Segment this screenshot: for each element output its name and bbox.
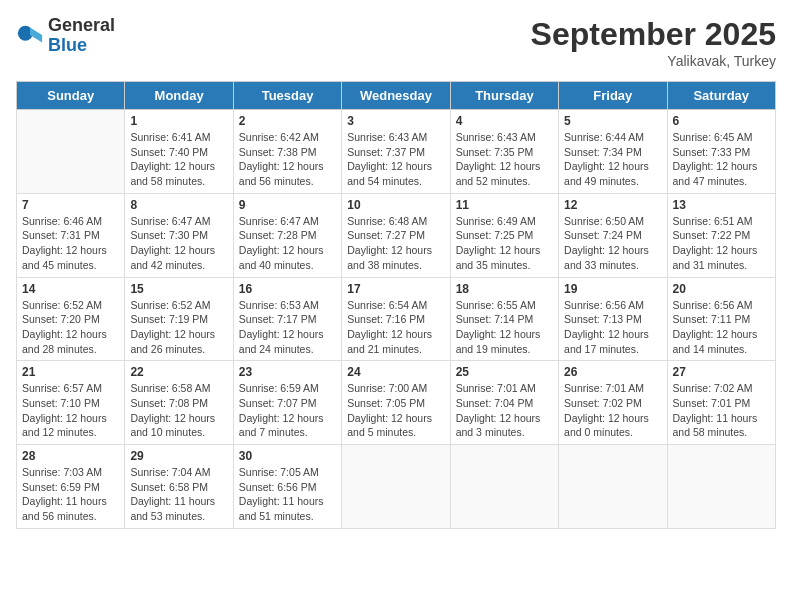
day-info: Sunrise: 6:47 AM Sunset: 7:30 PM Dayligh… (130, 214, 227, 273)
day-number: 26 (564, 365, 661, 379)
day-number: 20 (673, 282, 770, 296)
day-number: 6 (673, 114, 770, 128)
day-number: 11 (456, 198, 553, 212)
day-info: Sunrise: 6:54 AM Sunset: 7:16 PM Dayligh… (347, 298, 444, 357)
day-info: Sunrise: 6:55 AM Sunset: 7:14 PM Dayligh… (456, 298, 553, 357)
day-info: Sunrise: 6:52 AM Sunset: 7:20 PM Dayligh… (22, 298, 119, 357)
calendar-day-cell (342, 445, 450, 529)
calendar-day-cell (450, 445, 558, 529)
day-info: Sunrise: 6:48 AM Sunset: 7:27 PM Dayligh… (347, 214, 444, 273)
calendar-day-cell: 20Sunrise: 6:56 AM Sunset: 7:11 PM Dayli… (667, 277, 775, 361)
day-number: 5 (564, 114, 661, 128)
calendar-day-cell (17, 110, 125, 194)
weekday-header-cell: Saturday (667, 82, 775, 110)
day-number: 2 (239, 114, 336, 128)
day-number: 7 (22, 198, 119, 212)
weekday-header-cell: Sunday (17, 82, 125, 110)
calendar-week-row: 1Sunrise: 6:41 AM Sunset: 7:40 PM Daylig… (17, 110, 776, 194)
day-info: Sunrise: 6:56 AM Sunset: 7:11 PM Dayligh… (673, 298, 770, 357)
calendar-day-cell: 15Sunrise: 6:52 AM Sunset: 7:19 PM Dayli… (125, 277, 233, 361)
calendar-week-row: 28Sunrise: 7:03 AM Sunset: 6:59 PM Dayli… (17, 445, 776, 529)
day-number: 21 (22, 365, 119, 379)
day-number: 30 (239, 449, 336, 463)
logo-icon (16, 22, 44, 50)
calendar-day-cell: 19Sunrise: 6:56 AM Sunset: 7:13 PM Dayli… (559, 277, 667, 361)
day-number: 16 (239, 282, 336, 296)
day-info: Sunrise: 7:01 AM Sunset: 7:04 PM Dayligh… (456, 381, 553, 440)
month-info: September 2025 Yalikavak, Turkey (531, 16, 776, 69)
calendar-day-cell: 9Sunrise: 6:47 AM Sunset: 7:28 PM Daylig… (233, 193, 341, 277)
calendar-day-cell: 10Sunrise: 6:48 AM Sunset: 7:27 PM Dayli… (342, 193, 450, 277)
calendar-body: 1Sunrise: 6:41 AM Sunset: 7:40 PM Daylig… (17, 110, 776, 529)
calendar-day-cell (559, 445, 667, 529)
calendar-day-cell: 17Sunrise: 6:54 AM Sunset: 7:16 PM Dayli… (342, 277, 450, 361)
logo-general: General (48, 16, 115, 36)
calendar-week-row: 14Sunrise: 6:52 AM Sunset: 7:20 PM Dayli… (17, 277, 776, 361)
calendar-day-cell: 22Sunrise: 6:58 AM Sunset: 7:08 PM Dayli… (125, 361, 233, 445)
location: Yalikavak, Turkey (531, 53, 776, 69)
day-info: Sunrise: 6:41 AM Sunset: 7:40 PM Dayligh… (130, 130, 227, 189)
day-number: 13 (673, 198, 770, 212)
day-info: Sunrise: 6:50 AM Sunset: 7:24 PM Dayligh… (564, 214, 661, 273)
weekday-header-cell: Wednesday (342, 82, 450, 110)
month-title: September 2025 (531, 16, 776, 53)
calendar-day-cell: 6Sunrise: 6:45 AM Sunset: 7:33 PM Daylig… (667, 110, 775, 194)
calendar-day-cell: 23Sunrise: 6:59 AM Sunset: 7:07 PM Dayli… (233, 361, 341, 445)
day-info: Sunrise: 6:56 AM Sunset: 7:13 PM Dayligh… (564, 298, 661, 357)
day-info: Sunrise: 6:45 AM Sunset: 7:33 PM Dayligh… (673, 130, 770, 189)
calendar-day-cell: 13Sunrise: 6:51 AM Sunset: 7:22 PM Dayli… (667, 193, 775, 277)
day-info: Sunrise: 6:42 AM Sunset: 7:38 PM Dayligh… (239, 130, 336, 189)
calendar-day-cell: 27Sunrise: 7:02 AM Sunset: 7:01 PM Dayli… (667, 361, 775, 445)
calendar-day-cell: 2Sunrise: 6:42 AM Sunset: 7:38 PM Daylig… (233, 110, 341, 194)
calendar-day-cell: 21Sunrise: 6:57 AM Sunset: 7:10 PM Dayli… (17, 361, 125, 445)
calendar-day-cell: 16Sunrise: 6:53 AM Sunset: 7:17 PM Dayli… (233, 277, 341, 361)
calendar-day-cell: 18Sunrise: 6:55 AM Sunset: 7:14 PM Dayli… (450, 277, 558, 361)
weekday-header-cell: Monday (125, 82, 233, 110)
day-info: Sunrise: 7:02 AM Sunset: 7:01 PM Dayligh… (673, 381, 770, 440)
calendar-day-cell: 8Sunrise: 6:47 AM Sunset: 7:30 PM Daylig… (125, 193, 233, 277)
calendar-day-cell: 26Sunrise: 7:01 AM Sunset: 7:02 PM Dayli… (559, 361, 667, 445)
calendar-week-row: 21Sunrise: 6:57 AM Sunset: 7:10 PM Dayli… (17, 361, 776, 445)
day-number: 12 (564, 198, 661, 212)
calendar-day-cell: 30Sunrise: 7:05 AM Sunset: 6:56 PM Dayli… (233, 445, 341, 529)
day-number: 3 (347, 114, 444, 128)
weekday-header-cell: Tuesday (233, 82, 341, 110)
calendar-day-cell: 7Sunrise: 6:46 AM Sunset: 7:31 PM Daylig… (17, 193, 125, 277)
weekday-header-cell: Thursday (450, 82, 558, 110)
calendar-day-cell: 11Sunrise: 6:49 AM Sunset: 7:25 PM Dayli… (450, 193, 558, 277)
day-number: 1 (130, 114, 227, 128)
day-number: 27 (673, 365, 770, 379)
calendar-day-cell (667, 445, 775, 529)
day-number: 22 (130, 365, 227, 379)
day-number: 8 (130, 198, 227, 212)
day-number: 15 (130, 282, 227, 296)
calendar-day-cell: 12Sunrise: 6:50 AM Sunset: 7:24 PM Dayli… (559, 193, 667, 277)
calendar-day-cell: 28Sunrise: 7:03 AM Sunset: 6:59 PM Dayli… (17, 445, 125, 529)
day-info: Sunrise: 6:43 AM Sunset: 7:37 PM Dayligh… (347, 130, 444, 189)
day-number: 23 (239, 365, 336, 379)
day-number: 25 (456, 365, 553, 379)
weekday-header-cell: Friday (559, 82, 667, 110)
day-number: 10 (347, 198, 444, 212)
day-number: 24 (347, 365, 444, 379)
day-info: Sunrise: 7:00 AM Sunset: 7:05 PM Dayligh… (347, 381, 444, 440)
calendar-day-cell: 14Sunrise: 6:52 AM Sunset: 7:20 PM Dayli… (17, 277, 125, 361)
day-number: 18 (456, 282, 553, 296)
calendar-day-cell: 3Sunrise: 6:43 AM Sunset: 7:37 PM Daylig… (342, 110, 450, 194)
day-info: Sunrise: 6:47 AM Sunset: 7:28 PM Dayligh… (239, 214, 336, 273)
calendar-day-cell: 4Sunrise: 6:43 AM Sunset: 7:35 PM Daylig… (450, 110, 558, 194)
day-info: Sunrise: 6:51 AM Sunset: 7:22 PM Dayligh… (673, 214, 770, 273)
day-info: Sunrise: 7:05 AM Sunset: 6:56 PM Dayligh… (239, 465, 336, 524)
day-info: Sunrise: 6:44 AM Sunset: 7:34 PM Dayligh… (564, 130, 661, 189)
calendar-day-cell: 5Sunrise: 6:44 AM Sunset: 7:34 PM Daylig… (559, 110, 667, 194)
calendar-day-cell: 29Sunrise: 7:04 AM Sunset: 6:58 PM Dayli… (125, 445, 233, 529)
logo: General Blue (16, 16, 115, 56)
day-info: Sunrise: 6:49 AM Sunset: 7:25 PM Dayligh… (456, 214, 553, 273)
day-number: 14 (22, 282, 119, 296)
page-header: General Blue September 2025 Yalikavak, T… (16, 16, 776, 69)
day-number: 19 (564, 282, 661, 296)
day-info: Sunrise: 7:04 AM Sunset: 6:58 PM Dayligh… (130, 465, 227, 524)
calendar-day-cell: 1Sunrise: 6:41 AM Sunset: 7:40 PM Daylig… (125, 110, 233, 194)
calendar-week-row: 7Sunrise: 6:46 AM Sunset: 7:31 PM Daylig… (17, 193, 776, 277)
day-number: 9 (239, 198, 336, 212)
